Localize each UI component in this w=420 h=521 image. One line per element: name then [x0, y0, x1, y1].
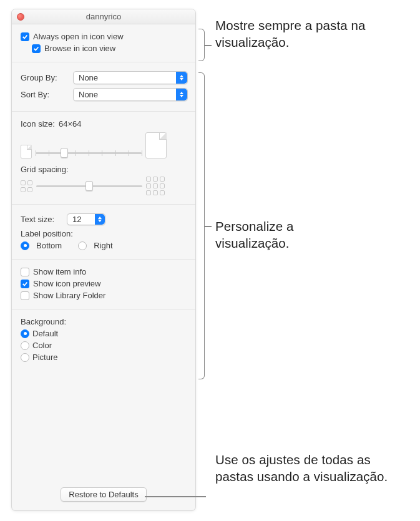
- small-file-icon: [21, 145, 32, 158]
- bg-color-radio[interactable]: [21, 341, 29, 350]
- group-by-value: None: [79, 73, 98, 82]
- group-by-label: Group By:: [21, 73, 67, 82]
- large-file-icon: [145, 132, 167, 158]
- grid-tight-icon: [21, 180, 32, 192]
- show-library-label: Show Library Folder: [33, 291, 105, 300]
- bg-default-radio[interactable]: [21, 329, 29, 338]
- grid-spacing-slider[interactable]: [36, 180, 142, 192]
- show-item-info-label: Show item info: [33, 267, 86, 276]
- show-library-row[interactable]: Show Library Folder: [21, 291, 188, 300]
- callout-text-top: Mostre sempre a pasta na visualização.: [215, 17, 403, 51]
- updown-icon: [176, 72, 187, 84]
- updown-icon: [176, 89, 187, 100]
- bg-picture-row[interactable]: Picture: [21, 353, 188, 362]
- bg-default-row[interactable]: Default: [21, 329, 188, 338]
- text-size-label: Text size:: [21, 215, 61, 224]
- browse-label: Browse in icon view: [44, 44, 115, 53]
- section-show: Show item info Show icon preview Show Li…: [12, 260, 195, 309]
- footer: Restore to Defaults: [12, 487, 195, 502]
- icon-size-label: Icon size:: [21, 119, 55, 129]
- grid-spacing-label: Grid spacing:: [21, 165, 69, 174]
- label-right-text: Right: [94, 241, 112, 250]
- close-button[interactable]: [17, 13, 24, 21]
- show-library-checkbox[interactable]: [21, 291, 29, 300]
- label-right-radio[interactable]: [78, 241, 87, 250]
- sort-by-popup[interactable]: None: [73, 88, 188, 101]
- updown-icon: [95, 214, 105, 225]
- label-bottom-radio[interactable]: [21, 241, 29, 250]
- sort-by-value: None: [79, 90, 98, 99]
- show-icon-preview-label: Show icon preview: [33, 279, 100, 288]
- bg-default-label: Default: [32, 329, 58, 338]
- group-by-popup[interactable]: None: [73, 71, 188, 84]
- sort-by-label: Sort By:: [21, 90, 67, 99]
- window-title: dannyrico: [12, 12, 195, 21]
- view-options-panel: dannyrico Always open in icon view Brows…: [11, 9, 196, 511]
- background-heading: Background:: [21, 317, 66, 326]
- bg-color-row[interactable]: Color: [21, 341, 188, 350]
- callout-bracket-mid: [198, 72, 205, 379]
- section-sort: Group By: None Sort By: None: [12, 62, 195, 112]
- section-text: Text size: 12 Label position: Bottom Rig…: [12, 205, 195, 260]
- browse-row[interactable]: Browse in icon view: [32, 44, 188, 53]
- callout-bracket-top: [198, 29, 205, 61]
- always-open-row[interactable]: Always open in icon view: [21, 32, 188, 41]
- titlebar: dannyrico: [12, 9, 195, 24]
- always-open-label: Always open in icon view: [33, 32, 124, 41]
- text-size-value: 12: [72, 215, 81, 224]
- browse-checkbox[interactable]: [32, 44, 41, 53]
- label-position-heading: Label position:: [21, 229, 73, 238]
- bg-picture-radio[interactable]: [21, 353, 29, 362]
- icon-size-value: 64×64: [59, 119, 82, 129]
- callout-text-mid: Personalize a visualização.: [215, 218, 340, 251]
- section-icon: Icon size: 64×64: [12, 112, 195, 205]
- label-bottom-text: Bottom: [36, 241, 62, 250]
- show-icon-preview-row[interactable]: Show icon preview: [21, 279, 188, 288]
- callout-line-bottom: [145, 496, 206, 497]
- show-item-info-row[interactable]: Show item info: [21, 267, 188, 276]
- callout-text-bottom: Use os ajustes de todas as pastas usando…: [215, 452, 409, 485]
- show-icon-preview-checkbox[interactable]: [21, 280, 29, 288]
- section-background: Background: Default Color Picture: [12, 309, 195, 371]
- restore-defaults-button[interactable]: Restore to Defaults: [61, 487, 146, 502]
- bg-picture-label: Picture: [32, 353, 57, 362]
- show-item-info-checkbox[interactable]: [21, 268, 29, 276]
- always-open-checkbox[interactable]: [21, 32, 29, 41]
- section-view-mode: Always open in icon view Browse in icon …: [12, 24, 195, 62]
- grid-loose-icon: [146, 177, 165, 195]
- icon-size-slider[interactable]: [36, 147, 142, 158]
- bg-color-label: Color: [32, 341, 52, 350]
- text-size-popup[interactable]: 12: [67, 213, 105, 225]
